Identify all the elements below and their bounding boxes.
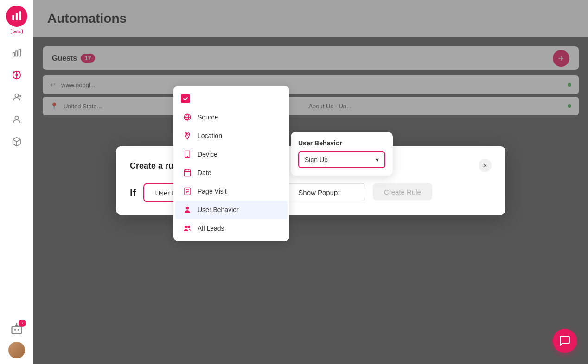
- bar-chart-icon: [12, 48, 22, 58]
- calendar-icon: [183, 168, 192, 177]
- sidebar-item-contacts[interactable]: [7, 88, 26, 107]
- dropdown-item-date-label: Date: [198, 169, 211, 176]
- all-leads-icon: [183, 224, 192, 233]
- user-behavior-select[interactable]: Sign Up ▾: [298, 151, 385, 168]
- create-rule-button[interactable]: Create Rule: [373, 183, 432, 201]
- user-icon: [12, 114, 22, 125]
- dropdown-item-location[interactable]: Location: [175, 126, 288, 145]
- logo-icon: [11, 10, 23, 22]
- sidebar-item-automations[interactable]: [7, 66, 26, 84]
- user-behavior-icon: [183, 205, 192, 214]
- chat-icon: [559, 335, 571, 347]
- bot-button[interactable]: 7: [7, 320, 26, 338]
- if-label: If: [130, 187, 136, 199]
- dropdown-item-all-leads[interactable]: All Leads: [175, 219, 288, 238]
- checkbox-item[interactable]: [173, 89, 289, 108]
- dropdown-item-device-label: Device: [198, 151, 217, 158]
- dropdown-item-page-visit-label: Page Visit: [198, 188, 227, 195]
- page-icon: [183, 187, 192, 196]
- sidebar-item-user[interactable]: [7, 110, 26, 129]
- logo[interactable]: [6, 6, 27, 27]
- svg-rect-0: [12, 15, 14, 20]
- chat-fab-button[interactable]: [553, 329, 577, 353]
- sync-icon: [12, 70, 22, 80]
- sidebar-item-products[interactable]: [7, 132, 26, 151]
- condition-dropdown: Source Location Device: [173, 86, 289, 241]
- svg-point-7: [15, 94, 18, 97]
- svg-rect-2: [19, 11, 21, 20]
- svg-point-17: [186, 133, 188, 135]
- svg-rect-4: [16, 51, 18, 56]
- user-behavior-panel-title: User Behavior: [298, 139, 385, 147]
- checkbox[interactable]: [181, 94, 190, 103]
- device-icon: [183, 150, 192, 159]
- sidebar-item-analytics[interactable]: [7, 44, 26, 62]
- svg-point-6: [15, 74, 18, 76]
- box-icon: [12, 137, 22, 147]
- svg-rect-20: [184, 170, 191, 176]
- user-avatar[interactable]: [8, 342, 25, 358]
- svg-rect-12: [12, 326, 22, 333]
- dropdown-item-location-label: Location: [198, 132, 222, 139]
- location-pin-icon: [183, 131, 192, 140]
- svg-rect-1: [16, 13, 18, 20]
- close-button[interactable]: ×: [479, 159, 492, 172]
- svg-rect-3: [13, 53, 15, 56]
- dropdown-item-user-behavior[interactable]: User Behavior: [175, 201, 288, 219]
- svg-point-29: [185, 226, 187, 228]
- source-icon: [183, 113, 192, 122]
- user-behavior-panel: User Behavior Sign Up ▾: [291, 132, 393, 176]
- notification-badge: 7: [19, 320, 26, 327]
- contacts-icon: [12, 92, 22, 102]
- svg-point-30: [187, 226, 190, 228]
- svg-point-14: [18, 329, 19, 331]
- sidebar-bottom: 7: [7, 320, 26, 358]
- dropdown-item-page-visit[interactable]: Page Visit: [175, 182, 288, 201]
- beta-badge: beta: [11, 29, 23, 34]
- dropdown-item-device[interactable]: Device: [175, 145, 288, 163]
- sidebar: beta: [0, 0, 33, 364]
- dropdown-item-date[interactable]: Date: [175, 163, 288, 182]
- check-icon: [183, 96, 188, 101]
- svg-rect-5: [19, 50, 21, 56]
- svg-point-10: [15, 116, 18, 119]
- chevron-down-icon: ▾: [376, 156, 379, 163]
- dropdown-item-all-leads-label: All Leads: [198, 225, 224, 232]
- dropdown-item-source[interactable]: Source: [175, 108, 288, 126]
- main-content: Automations ▾ Guests 17 + ↩ www.googl...…: [33, 0, 588, 364]
- user-behavior-select-value: Sign Up: [305, 156, 328, 163]
- dropdown-item-source-label: Source: [198, 113, 218, 121]
- svg-point-13: [14, 329, 16, 331]
- svg-point-28: [186, 207, 189, 209]
- dropdown-item-user-behavior-label: User Behavior: [198, 206, 239, 213]
